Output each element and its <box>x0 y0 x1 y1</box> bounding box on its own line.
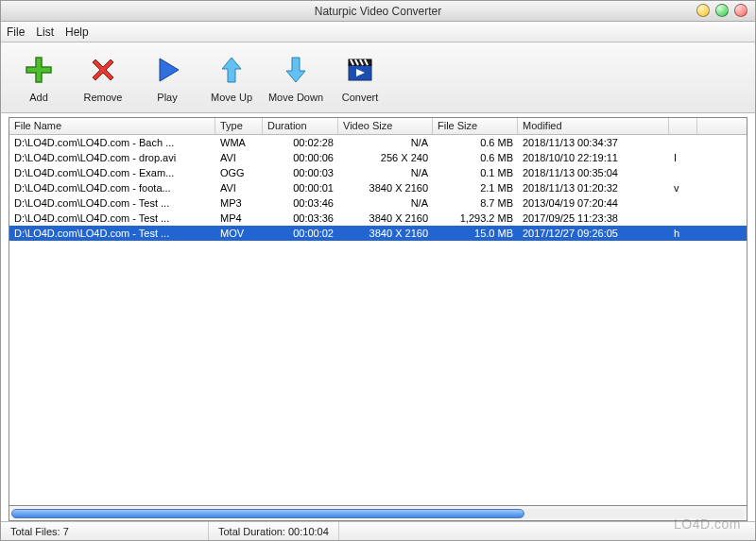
scrollbar-thumb[interactable] <box>11 509 524 518</box>
file-list[interactable]: File Name Type Duration Video Size File … <box>9 117 747 506</box>
content-area: File Name Type Duration Video Size File … <box>1 113 755 521</box>
cell-extra <box>669 211 697 226</box>
arrow-up-icon <box>214 52 249 88</box>
cell-extra: h <box>669 226 697 241</box>
convert-button[interactable]: Convert <box>330 52 390 103</box>
status-total-duration: Total Duration: 00:10:04 <box>209 522 339 540</box>
column-header-duration[interactable]: Duration <box>263 118 338 134</box>
cell-modified: 2018/11/13 00:34:37 <box>518 135 669 150</box>
cell-filename: D:\LO4D.com\LO4D.com - drop.avi <box>9 150 215 165</box>
cell-type: WMA <box>215 135 263 150</box>
cell-file-size: 2.1 MB <box>433 180 518 195</box>
menu-file[interactable]: File <box>7 25 25 39</box>
cell-filename: D:\LO4D.com\LO4D.com - Test ... <box>9 226 215 241</box>
cell-file-size: 8.7 MB <box>433 195 518 211</box>
column-header-type[interactable]: Type <box>215 118 263 134</box>
add-button[interactable]: Add <box>9 52 69 103</box>
horizontal-scrollbar[interactable] <box>9 506 747 521</box>
cell-duration: 00:03:36 <box>263 211 338 226</box>
cell-filename: D:\LO4D.com\LO4D.com - Test ... <box>9 211 215 226</box>
move-up-button[interactable]: Move Up <box>201 52 262 103</box>
table-row[interactable]: D:\LO4D.com\LO4D.com - Test ...MP300:03:… <box>9 195 747 211</box>
cell-type: MP4 <box>215 211 263 226</box>
cell-file-size: 15.0 MB <box>433 226 518 241</box>
plus-icon <box>21 52 57 88</box>
scrollbar-track[interactable] <box>11 509 745 518</box>
x-icon <box>85 52 121 88</box>
cell-file-size: 0.6 MB <box>433 135 518 150</box>
cell-modified: 2018/11/13 00:35:04 <box>518 165 669 180</box>
play-label: Play <box>157 92 177 103</box>
toolbar: Add Remove Play Move Up <box>1 42 755 113</box>
cell-type: OGG <box>215 165 263 180</box>
window-controls <box>696 4 747 17</box>
cell-type: MP3 <box>215 195 263 211</box>
cell-duration: 00:02:28 <box>263 135 338 150</box>
move-down-button[interactable]: Move Down <box>266 52 326 103</box>
cell-video-size: N/A <box>338 195 433 211</box>
convert-label: Convert <box>342 92 379 103</box>
cell-video-size: N/A <box>338 165 433 180</box>
table-row[interactable]: D:\LO4D.com\LO4D.com - Test ...MP400:03:… <box>9 211 747 226</box>
move-down-label: Move Down <box>268 92 323 103</box>
cell-duration: 00:00:01 <box>263 180 338 195</box>
table-row[interactable]: D:\LO4D.com\LO4D.com - Bach ...WMA00:02:… <box>9 135 747 150</box>
cell-modified: 2017/09/25 11:23:38 <box>518 211 669 226</box>
table-row[interactable]: D:\LO4D.com\LO4D.com - foota...AVI00:00:… <box>9 180 747 195</box>
cell-type: AVI <box>215 180 263 195</box>
cell-modified: 2017/12/27 09:26:05 <box>518 226 669 241</box>
cell-file-size: 1,293.2 MB <box>433 211 518 226</box>
window-close-button[interactable] <box>734 4 747 17</box>
play-button[interactable]: Play <box>137 52 198 103</box>
cell-modified: 2013/04/19 07:20:44 <box>518 195 669 211</box>
cell-video-size: 3840 X 2160 <box>338 226 433 241</box>
cell-modified: 2018/10/10 22:19:11 <box>518 150 669 165</box>
column-header-video-size[interactable]: Video Size <box>338 118 433 134</box>
cell-file-size: 0.1 MB <box>433 165 518 180</box>
move-up-label: Move Up <box>211 92 252 103</box>
cell-extra <box>669 165 697 180</box>
statusbar: Total Files: 7 Total Duration: 00:10:04 <box>1 521 755 540</box>
arrow-down-icon <box>278 52 314 88</box>
app-window: Naturpic Video Converter File List Help … <box>0 0 756 541</box>
cell-extra <box>669 135 697 150</box>
cell-extra: I <box>669 150 697 165</box>
cell-duration: 00:00:06 <box>263 150 338 165</box>
add-label: Add <box>29 92 48 103</box>
maximize-button[interactable] <box>715 4 729 17</box>
cell-file-size: 0.6 MB <box>433 150 518 165</box>
cell-type: AVI <box>215 150 263 165</box>
list-rows: D:\LO4D.com\LO4D.com - Bach ...WMA00:02:… <box>9 135 747 505</box>
cell-duration: 00:00:02 <box>263 226 338 241</box>
cell-video-size: N/A <box>338 135 433 150</box>
cell-duration: 00:03:46 <box>263 195 338 211</box>
cell-duration: 00:00:03 <box>263 165 338 180</box>
cell-extra <box>669 195 697 211</box>
play-icon <box>149 52 185 88</box>
cell-video-size: 256 X 240 <box>338 150 433 165</box>
cell-video-size: 3840 X 2160 <box>338 180 433 195</box>
table-row[interactable]: D:\LO4D.com\LO4D.com - drop.aviAVI00:00:… <box>9 150 747 165</box>
column-header-modified[interactable]: Modified <box>518 118 669 134</box>
cell-type: MOV <box>215 226 263 241</box>
cell-filename: D:\LO4D.com\LO4D.com - Exam... <box>9 165 215 180</box>
clapperboard-icon <box>342 52 378 88</box>
menu-list[interactable]: List <box>36 25 54 39</box>
table-row[interactable]: D:\LO4D.com\LO4D.com - Exam...OGG00:00:0… <box>9 165 747 180</box>
column-header-extra[interactable] <box>669 118 697 134</box>
column-header-filename[interactable]: File Name <box>9 118 215 134</box>
status-total-files: Total Files: 7 <box>1 522 209 540</box>
titlebar[interactable]: Naturpic Video Converter <box>1 1 755 22</box>
remove-button[interactable]: Remove <box>73 52 133 103</box>
cell-extra: v <box>669 180 697 195</box>
menu-help[interactable]: Help <box>65 25 89 39</box>
cell-modified: 2018/11/13 01:20:32 <box>518 180 669 195</box>
minimize-button[interactable] <box>696 4 710 17</box>
cell-filename: D:\LO4D.com\LO4D.com - foota... <box>9 180 215 195</box>
remove-label: Remove <box>84 92 123 103</box>
cell-filename: D:\LO4D.com\LO4D.com - Test ... <box>9 195 215 211</box>
column-header-file-size[interactable]: File Size <box>433 118 518 134</box>
table-row[interactable]: D:\LO4D.com\LO4D.com - Test ...MOV00:00:… <box>9 226 747 241</box>
cell-video-size: 3840 X 2160 <box>338 211 433 226</box>
menubar: File List Help <box>1 22 755 42</box>
